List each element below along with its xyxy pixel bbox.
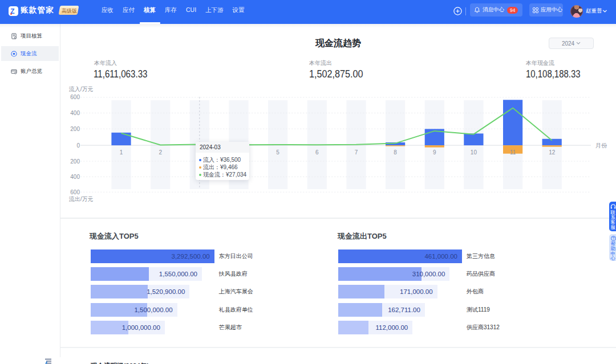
svg-text:9: 9 (433, 149, 436, 156)
svg-text:400: 400 (70, 110, 80, 116)
svg-text:8: 8 (394, 149, 397, 156)
svg-text:5: 5 (276, 149, 279, 156)
svg-text:流出/万元: 流出/万元 (69, 196, 94, 202)
svg-text:流入/万元: 流入/万元 (69, 86, 94, 92)
svg-text:月份: 月份 (595, 142, 607, 149)
svg-text:1: 1 (120, 149, 123, 156)
svg-text:2: 2 (159, 149, 162, 156)
svg-text:200: 200 (70, 126, 80, 132)
svg-text:6: 6 (315, 149, 319, 156)
svg-text:7: 7 (355, 149, 358, 156)
svg-text:12: 12 (549, 149, 556, 156)
svg-text:400: 400 (70, 174, 80, 180)
svg-text:0: 0 (76, 142, 80, 149)
svg-text:600: 600 (70, 189, 80, 195)
svg-text:600: 600 (70, 94, 80, 100)
svg-text:200: 200 (70, 158, 80, 165)
svg-text:11: 11 (510, 149, 516, 156)
svg-text:10: 10 (471, 149, 477, 156)
